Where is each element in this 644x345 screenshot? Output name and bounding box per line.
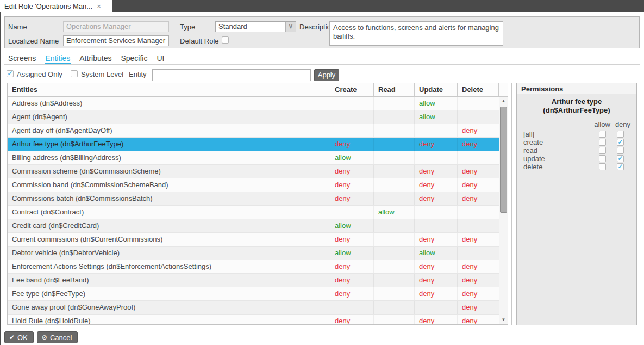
table-row[interactable]: Agent day off (dn$AgentDayOff)deny bbox=[8, 124, 499, 138]
entity-cell[interactable]: Gone away proof (dn$GoneAwayProof) bbox=[8, 301, 330, 314]
create-cell[interactable]: allow bbox=[330, 247, 373, 260]
delete-cell[interactable] bbox=[457, 110, 498, 124]
delete-cell[interactable]: deny bbox=[457, 260, 498, 273]
default-role-checkbox[interactable] bbox=[222, 36, 229, 44]
table-row[interactable]: Commission scheme (dn$CommissionScheme)d… bbox=[8, 165, 499, 178]
update-cell[interactable]: deny bbox=[414, 287, 457, 300]
table-row[interactable]: Address (dn$Address)allow bbox=[8, 97, 499, 110]
type-select[interactable]: Standard ∨ bbox=[215, 21, 296, 32]
entity-cell[interactable]: Commission band (dn$CommissionSchemeBand… bbox=[8, 178, 330, 192]
update-cell[interactable]: deny bbox=[414, 274, 457, 287]
entity-cell[interactable]: Current commissions (dn$CurrentCommissio… bbox=[8, 233, 330, 246]
delete-allow-checkbox[interactable] bbox=[599, 163, 606, 170]
entity-cell[interactable]: Address (dn$Address) bbox=[8, 97, 330, 110]
table-row[interactable]: Contract (dn$Contract)allow bbox=[8, 206, 499, 219]
ok-button[interactable]: ✔ OK bbox=[4, 331, 34, 343]
update-cell[interactable]: deny bbox=[414, 233, 457, 246]
read-cell[interactable] bbox=[373, 274, 414, 287]
update-cell[interactable]: deny bbox=[414, 260, 457, 273]
read-cell[interactable] bbox=[373, 301, 414, 314]
read-cell[interactable] bbox=[373, 247, 414, 260]
delete-cell[interactable]: deny bbox=[457, 274, 498, 287]
panel-splitter[interactable] bbox=[511, 83, 515, 325]
create-cell[interactable]: allow bbox=[330, 151, 373, 164]
create-cell[interactable]: deny bbox=[330, 233, 373, 246]
delete-cell[interactable] bbox=[457, 219, 498, 232]
delete-cell[interactable]: deny bbox=[457, 178, 498, 192]
read-allow-checkbox[interactable] bbox=[599, 147, 606, 154]
create-cell[interactable]: deny bbox=[330, 315, 373, 325]
system-level-checkbox[interactable] bbox=[71, 70, 78, 77]
read-cell[interactable] bbox=[373, 110, 414, 124]
create-cell[interactable]: deny bbox=[330, 192, 373, 205]
create-cell[interactable]: deny bbox=[330, 274, 373, 287]
scroll-down-icon[interactable]: ▼ bbox=[499, 316, 508, 324]
table-row[interactable]: Gone away proof (dn$GoneAwayProof)deny bbox=[8, 301, 499, 315]
table-row[interactable]: Fee band (dn$FeeBand)denydenydeny bbox=[8, 274, 499, 287]
delete-cell[interactable]: deny bbox=[457, 301, 498, 314]
read-cell[interactable] bbox=[373, 165, 414, 178]
read-cell[interactable] bbox=[373, 97, 414, 110]
table-row[interactable]: Hold Rule (dn$HoldRule)denydenydeny bbox=[8, 315, 499, 325]
apply-button[interactable]: Apply bbox=[314, 69, 339, 81]
delete-cell[interactable]: deny bbox=[457, 124, 498, 137]
column-header-read[interactable]: Read bbox=[373, 83, 414, 96]
tab-entities[interactable]: Entities bbox=[45, 53, 71, 64]
entity-cell[interactable]: Credit card (dn$CreditCard) bbox=[8, 219, 330, 232]
read-cell[interactable]: allow bbox=[373, 206, 414, 219]
table-row[interactable]: Commission band (dn$CommissionSchemeBand… bbox=[8, 178, 499, 192]
update-cell[interactable]: deny bbox=[414, 315, 457, 325]
table-row[interactable]: Current commissions (dn$CurrentCommissio… bbox=[8, 233, 499, 247]
create-allow-checkbox[interactable] bbox=[599, 139, 606, 146]
table-scrollbar[interactable]: ▲ ▼ bbox=[499, 97, 508, 325]
assigned-only-checkbox[interactable]: ✓ bbox=[7, 70, 14, 77]
column-header-create[interactable]: Create bbox=[330, 83, 373, 96]
read-cell[interactable] bbox=[373, 219, 414, 232]
read-cell[interactable] bbox=[373, 138, 414, 151]
entity-filter-input[interactable] bbox=[152, 69, 311, 81]
update-cell[interactable] bbox=[414, 219, 457, 232]
create-cell[interactable] bbox=[330, 206, 373, 219]
entity-cell[interactable]: Commissions batch (dn$CommissionsBatch) bbox=[8, 192, 330, 205]
entity-cell[interactable]: Fee type (dn$FeeType) bbox=[8, 287, 330, 300]
tab-specific[interactable]: Specific bbox=[120, 53, 148, 64]
delete-cell[interactable] bbox=[457, 206, 498, 219]
read-cell[interactable] bbox=[373, 192, 414, 205]
create-cell[interactable]: deny bbox=[330, 260, 373, 273]
delete-cell[interactable] bbox=[457, 247, 498, 260]
read-cell[interactable] bbox=[373, 260, 414, 273]
all-deny-checkbox[interactable] bbox=[617, 131, 624, 138]
entity-cell[interactable]: Debtor vehicle (dn$DebtorVehicle) bbox=[8, 247, 330, 260]
update-cell[interactable] bbox=[414, 124, 457, 137]
column-header-delete[interactable]: Delete bbox=[457, 83, 498, 96]
create-cell[interactable] bbox=[330, 110, 373, 124]
create-cell[interactable]: deny bbox=[330, 287, 373, 300]
entity-cell[interactable]: Commission scheme (dn$CommissionScheme) bbox=[8, 165, 330, 178]
update-deny-checkbox[interactable]: ✓ bbox=[617, 155, 624, 162]
create-cell[interactable]: allow bbox=[330, 219, 373, 232]
table-row[interactable]: Enforcement Actions Settings (dn$Enforce… bbox=[8, 260, 499, 274]
create-cell[interactable]: deny bbox=[330, 165, 373, 178]
update-cell[interactable] bbox=[414, 151, 457, 164]
update-allow-checkbox[interactable] bbox=[599, 155, 606, 162]
read-cell[interactable] bbox=[373, 287, 414, 300]
create-cell[interactable]: deny bbox=[330, 138, 373, 151]
table-row[interactable]: Billing address (dn$BillingAddress)allow bbox=[8, 151, 499, 165]
delete-cell[interactable]: deny bbox=[457, 192, 498, 205]
cancel-button[interactable]: ⊘ Cancel bbox=[37, 331, 78, 343]
entity-cell[interactable]: Billing address (dn$BillingAddress) bbox=[8, 151, 330, 164]
column-header-entities[interactable]: Entities bbox=[8, 83, 330, 96]
table-row[interactable]: Debtor vehicle (dn$DebtorVehicle)allowal… bbox=[8, 247, 499, 260]
delete-cell[interactable]: deny bbox=[457, 287, 498, 300]
table-row[interactable]: Agent (dn$Agent)allow bbox=[8, 110, 499, 124]
localized-name-input[interactable]: Enforcement Services Manager bbox=[63, 35, 169, 46]
create-deny-checkbox[interactable]: ✓ bbox=[617, 139, 624, 146]
description-textarea[interactable]: Access to functions, screens and alerts … bbox=[329, 21, 503, 46]
dropdown-arrow-icon[interactable]: ∨ bbox=[285, 22, 296, 32]
tab-ui[interactable]: UI bbox=[156, 53, 165, 64]
delete-cell[interactable]: deny bbox=[457, 138, 498, 151]
table-row[interactable]: Commissions batch (dn$CommissionsBatch)d… bbox=[8, 192, 499, 206]
delete-cell[interactable]: deny bbox=[457, 165, 498, 178]
update-cell[interactable] bbox=[414, 206, 457, 219]
table-row[interactable]: Arthur fee type (dn$ArthurFeeType)denyde… bbox=[8, 138, 499, 151]
